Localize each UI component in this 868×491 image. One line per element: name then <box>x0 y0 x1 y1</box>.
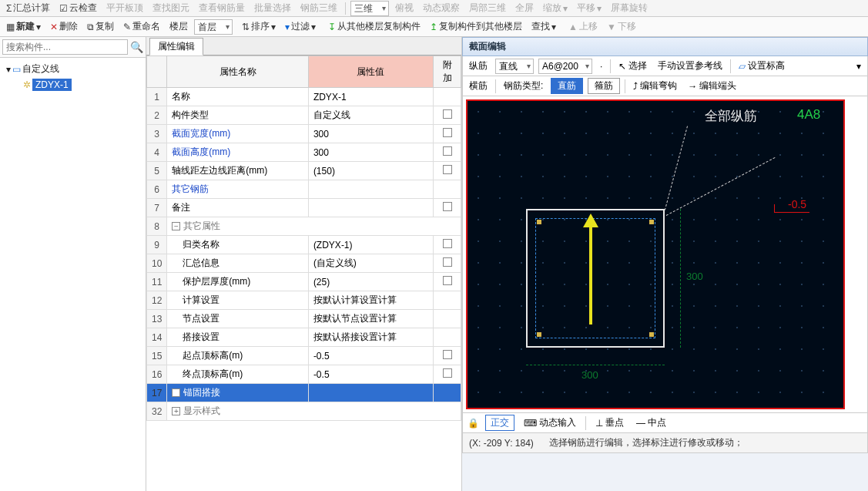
set-elevation-button[interactable]: ▱ 设置标高 <box>736 58 788 74</box>
table-row[interactable]: 3截面宽度(mm)300 <box>147 125 461 143</box>
table-row[interactable]: 11保护层厚度(mm)(25) <box>147 273 461 291</box>
table-row[interactable]: 5轴线距左边线距离(mm)(150) <box>147 162 461 180</box>
addon-checkbox[interactable] <box>443 239 452 248</box>
copy-from-floor[interactable]: ↧ 从其他楼层复制构件 <box>325 20 424 33</box>
select-button[interactable]: ↖ 选择 <box>615 58 650 74</box>
expand-icon[interactable]: + <box>172 388 180 397</box>
line-dropdown[interactable]: 直线 <box>495 59 534 74</box>
dyn-input-toggle[interactable]: ⌨ 动态输入 <box>521 415 579 431</box>
toolbar-flat[interactable]: 平开板顶 <box>103 2 146 15</box>
group-other[interactable]: 其它属性 <box>183 220 220 231</box>
view3d-dropdown[interactable]: 三维 <box>350 1 389 16</box>
table-row[interactable]: 13节点设置按默认节点设置计算 <box>147 310 461 328</box>
prop-value[interactable]: (150) <box>308 162 433 180</box>
table-row[interactable]: 12计算设置按默认计算设置计算 <box>147 291 461 310</box>
edit-end-button[interactable]: → 编辑端头 <box>685 78 739 94</box>
prop-value[interactable]: -0.5 <box>308 347 433 365</box>
th-addon: 附加 <box>434 56 461 88</box>
prop-value[interactable]: (自定义线) <box>308 254 433 273</box>
prop-name: 搭接设置 <box>183 331 220 342</box>
addon-checkbox[interactable] <box>443 276 452 285</box>
table-row[interactable]: 1名称ZDYX-1 <box>147 88 461 106</box>
prop-value[interactable]: 按默认搭接设置计算 <box>308 328 433 347</box>
table-row[interactable]: 14搭接设置按默认搭接设置计算 <box>147 328 461 347</box>
table-row[interactable]: 4截面高度(mm)300 <box>147 143 461 162</box>
prop-value[interactable]: 按默认节点设置计算 <box>308 310 433 328</box>
rebartype-stirrup[interactable]: 箍筋 <box>588 78 620 94</box>
toolbar-findelem[interactable]: 查找图元 <box>149 2 193 15</box>
spec-dropdown[interactable]: A6@200 <box>538 59 592 74</box>
tree-child[interactable]: ✲ ZDYX-1 <box>2 77 144 92</box>
tab-property-edit[interactable]: 属性编辑 <box>149 38 203 55</box>
delete-button[interactable]: ✕ 删除 <box>47 20 81 33</box>
toolbar-pan[interactable]: 平移 ▾ <box>574 2 605 15</box>
table-row[interactable]: 9归类名称(ZDYX-1) <box>147 236 461 254</box>
find-button[interactable]: 查找 ▾ <box>528 20 559 33</box>
prop-value[interactable] <box>308 199 433 217</box>
sort-button[interactable]: ⇅ 排序 ▾ <box>239 20 279 33</box>
prop-value[interactable]: -0.5 <box>308 365 433 384</box>
ortho-toggle[interactable]: 正交 <box>485 415 514 431</box>
table-row[interactable]: 7备注 <box>147 199 461 217</box>
overflow-button[interactable]: ▾ <box>853 59 864 73</box>
addon-checkbox[interactable] <box>443 109 452 119</box>
prop-name: 其它钢筋 <box>172 183 209 194</box>
prop-name: 构件类型 <box>172 109 209 120</box>
table-row[interactable]: 15起点顶标高(m)-0.5 <box>147 347 461 365</box>
copy-button[interactable]: ⧉ 复制 <box>84 20 117 33</box>
tree-root[interactable]: ▾ ▭ 自定义线 <box>2 61 144 77</box>
expand-icon[interactable]: + <box>172 407 180 415</box>
addon-checkbox[interactable] <box>443 350 452 359</box>
prop-value[interactable]: 300 <box>308 125 433 143</box>
snap-perp[interactable]: ⊥ 垂点 <box>592 415 627 431</box>
new-button[interactable]: ▦ 新建 ▾ <box>3 20 44 33</box>
search-input[interactable] <box>2 39 128 55</box>
lock-icon[interactable]: 🔒 <box>468 418 479 429</box>
prop-value[interactable]: (25) <box>308 273 433 291</box>
addon-checkbox[interactable] <box>443 368 452 378</box>
addon-checkbox[interactable] <box>443 202 452 211</box>
row-display[interactable]: 32+显示样式 <box>147 402 461 421</box>
toolbar-zoom[interactable]: 缩放 ▾ <box>540 2 571 15</box>
addon-checkbox[interactable] <box>443 128 452 137</box>
rebartype-straight[interactable]: 直筋 <box>551 78 583 94</box>
filter-button[interactable]: ▾ 过滤 ▾ <box>282 20 319 33</box>
search-icon[interactable]: 🔍 <box>129 40 143 54</box>
toolbar-calc[interactable]: Σ 汇总计算 <box>3 2 53 15</box>
toolbar-local3d[interactable]: 局部三维 <box>466 2 509 15</box>
table-row[interactable]: 10汇总信息(自定义线) <box>147 254 461 273</box>
addon-checkbox[interactable] <box>443 146 452 156</box>
prop-value[interactable]: 300 <box>308 143 433 162</box>
move-up[interactable]: ▲ 上移 <box>565 20 601 33</box>
rename-button[interactable]: ✎ 重命名 <box>120 20 163 33</box>
table-row[interactable]: 16终点顶标高(m)-0.5 <box>147 365 461 384</box>
toolbar-cloudcheck[interactable]: ☑ 云检查 <box>56 2 100 15</box>
table-row[interactable]: 2构件类型自定义线 <box>147 106 461 125</box>
toolbar-batchsel[interactable]: 批量选择 <box>251 2 294 15</box>
edit-hook-button[interactable]: ⤴ 编辑弯钩 <box>630 78 680 94</box>
copy-to-floor[interactable]: ↥ 复制构件到其他楼层 <box>427 20 525 33</box>
ref-line-button[interactable]: 手动设置参考线 <box>655 58 726 74</box>
section-canvas[interactable]: 全部纵筋 4A8 300 300 -0.5 <box>466 99 845 409</box>
toolbar-steel3d[interactable]: 钢筋三维 <box>297 2 340 15</box>
toolbar-fullscreen[interactable]: 全屏 <box>512 2 537 15</box>
table-row[interactable]: 6其它钢筋 <box>147 180 461 199</box>
snap-mid[interactable]: — 中点 <box>633 415 669 431</box>
prop-value[interactable]: 按默认计算设置计算 <box>308 291 433 310</box>
addon-checkbox[interactable] <box>443 165 452 174</box>
toolbar-orbit[interactable]: 动态观察 <box>420 2 463 15</box>
toolbar-rotate[interactable]: 屏幕旋转 <box>608 2 651 15</box>
prop-value[interactable]: 自定义线 <box>308 106 433 125</box>
move-down[interactable]: ▼ 下移 <box>604 20 639 33</box>
row-anchor[interactable]: 17+锚固搭接 <box>147 384 461 402</box>
prop-name: 轴线距左边线距离(mm) <box>172 165 267 176</box>
toolbar-topview[interactable]: 俯视 <box>392 2 417 15</box>
floor-dropdown[interactable]: 首层 <box>194 19 233 35</box>
addon-checkbox[interactable] <box>443 257 452 267</box>
collapse-icon[interactable]: − <box>172 222 180 230</box>
property-panel: 属性编辑 属性名称 属性值 附加 1名称ZDYX-12构件类型自定义线3截面宽度… <box>146 37 462 491</box>
prop-value[interactable]: (ZDYX-1) <box>308 236 433 254</box>
prop-value[interactable]: ZDYX-1 <box>308 88 433 106</box>
toolbar-viewsteel[interactable]: 查看钢筋量 <box>196 2 248 15</box>
prop-value[interactable] <box>308 180 433 199</box>
